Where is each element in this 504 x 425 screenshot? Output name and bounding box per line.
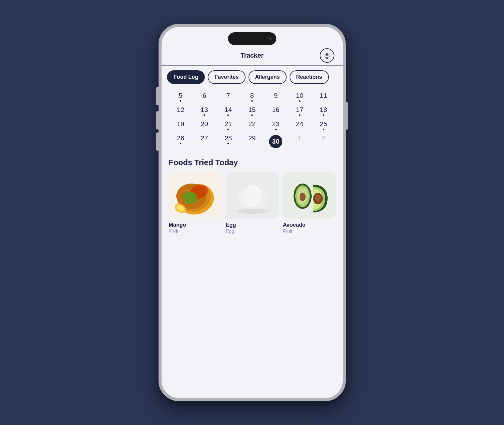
cal-day-9[interactable]: 9 [264,90,288,104]
cal-day-27[interactable]: 27 [192,133,216,151]
calendar-grid: 5 6 7 8 9 10 11 12 13 14 15 16 17 18 19 … [169,90,335,151]
tab-reactions[interactable]: Reactions [290,70,329,84]
camera-dot [268,37,272,40]
food-image-avocado [283,172,335,219]
cal-day-11[interactable]: 11 [312,90,335,104]
tabs-bar: Food Log Favorites Allergens Reactions [162,66,343,88]
cal-day-13[interactable]: 13 [192,104,216,118]
cal-day-18[interactable]: 18 [312,104,335,118]
svg-point-18 [315,194,321,202]
app-header: Tracker [162,45,343,65]
food-type-mango: Fruit [169,229,222,234]
food-card-avocado[interactable]: Avocado Fruit [283,172,335,234]
cal-day-26[interactable]: 26 [169,133,193,151]
tab-allergens[interactable]: Allergens [249,70,287,84]
cal-day-6[interactable]: 6 [192,90,216,104]
tab-favorites[interactable]: Favorites [208,70,245,84]
cal-day-25[interactable]: 25 [312,118,335,133]
profile-icon [323,52,331,59]
calendar: 5 6 7 8 9 10 11 12 13 14 15 16 17 18 19 … [162,88,343,155]
svg-point-1 [326,55,328,57]
cal-day-29[interactable]: 29 [240,133,264,151]
cal-day-21[interactable]: 21 [216,118,240,133]
cal-day-15[interactable]: 15 [240,104,264,118]
cal-day-17[interactable]: 17 [288,104,312,118]
tab-food-log[interactable]: Food Log [167,70,205,84]
cal-day-23[interactable]: 23 [264,118,288,133]
cal-day-8[interactable]: 8 [240,90,264,104]
food-type-avocado: Fruit [283,229,335,234]
profile-button[interactable] [320,48,334,63]
cal-day-19[interactable]: 19 [169,118,193,133]
cal-day-14[interactable]: 14 [216,104,240,118]
foods-section-title: Foods Tried Today [169,158,335,167]
cal-day-22[interactable]: 22 [240,118,264,133]
food-name-avocado: Avocado [283,222,335,228]
food-card-egg[interactable]: Egg Egg [226,172,279,234]
svg-point-16 [300,193,306,201]
dynamic-island [228,32,276,45]
cal-day-24[interactable]: 24 [288,118,312,133]
food-image-mango [169,172,222,219]
cal-day-12[interactable]: 12 [169,104,193,118]
food-name-mango: Mango [169,222,222,228]
svg-point-0 [325,54,329,59]
food-image-egg [226,172,279,219]
phone-frame: Tracker Food Log Favorites Allergens Rea… [159,24,346,401]
food-card-mango[interactable]: Mango Fruit [169,172,222,234]
cal-day-28[interactable]: 28 [216,133,240,151]
foods-list: Mango Fruit [169,172,335,234]
page-title: Tracker [240,52,263,59]
cal-day-20[interactable]: 20 [192,118,216,133]
cal-day-7[interactable]: 7 [216,90,240,104]
cal-day-1-next[interactable]: 1 [288,133,312,151]
cal-day-10[interactable]: 10 [288,90,312,104]
svg-point-11 [244,185,262,208]
phone-screen: Tracker Food Log Favorites Allergens Rea… [162,27,343,398]
food-type-egg: Egg [226,229,279,234]
cal-day-16[interactable]: 16 [264,104,288,118]
cal-day-5[interactable]: 5 [169,90,193,104]
svg-point-12 [236,209,270,214]
cal-day-2-next[interactable]: 2 [312,133,335,151]
food-name-egg: Egg [226,222,279,228]
foods-tried-section: Foods Tried Today [162,155,343,398]
cal-day-30[interactable]: 30 [264,133,288,151]
